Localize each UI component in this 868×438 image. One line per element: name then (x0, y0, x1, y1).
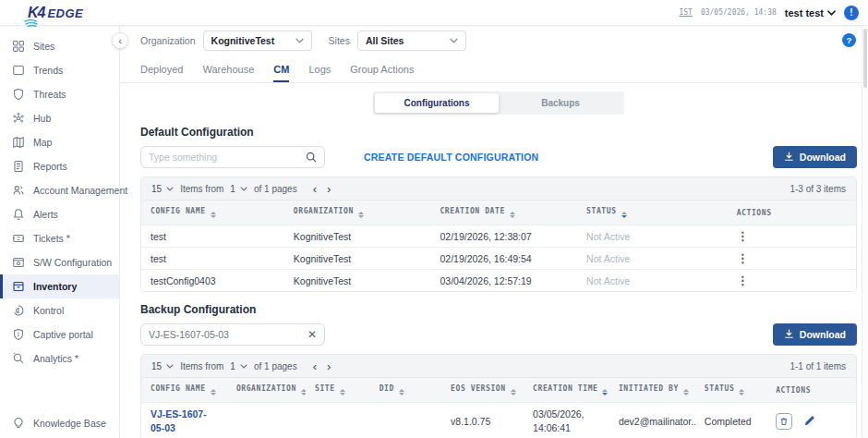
sort-icon[interactable] (683, 389, 689, 395)
sort-icon[interactable] (510, 212, 515, 218)
datetime-label: 03/05/2026, 14:38 (701, 8, 777, 17)
hub-icon (12, 112, 25, 125)
sort-icon[interactable] (739, 389, 744, 395)
tab-group-actions[interactable]: Group Actions (350, 64, 414, 82)
column-header-organization[interactable]: ORGANIZATION (227, 378, 306, 403)
of-pages-label: of 1 pages (254, 184, 297, 194)
backup-config-name-link[interactable]: VJ-ES-1607-05-03 (151, 408, 207, 433)
sidebar-item-inventory[interactable]: Inventory (0, 274, 119, 298)
prev-page-icon[interactable]: ‹ (311, 360, 319, 372)
column-header-status[interactable]: STATUS (577, 201, 728, 225)
sort-icon-active[interactable] (602, 389, 608, 395)
shield-icon (12, 88, 25, 101)
column-header-eos-version[interactable]: EOS VERSION (441, 378, 524, 403)
sidebar-item-trends[interactable]: Trends (0, 58, 119, 82)
sort-icon-active[interactable] (621, 212, 627, 218)
edit-icon[interactable] (803, 415, 815, 427)
default-config-download-button[interactable]: Download (773, 146, 857, 168)
sidebar-item-hub[interactable]: Hub (0, 106, 119, 130)
cell-status: Not Active (577, 225, 728, 248)
default-config-search-input[interactable] (149, 152, 300, 163)
sidebar-item-sites[interactable]: Sites (0, 34, 119, 58)
tab-cm[interactable]: CM (273, 64, 289, 82)
sort-icon[interactable] (511, 389, 516, 395)
sidebar-label: Sites (33, 41, 54, 52)
user-name: test test (785, 7, 824, 18)
vertical-scrollbar[interactable] (862, 26, 868, 438)
sidebar-item-reports[interactable]: Reports (0, 154, 119, 178)
scrollbar-thumb[interactable] (863, 29, 867, 88)
page-select[interactable]: 1 (230, 361, 247, 371)
tab-deployed[interactable]: Deployed (140, 64, 183, 82)
sidebar-item-knowledge-base[interactable]: Knowledge Base (0, 411, 119, 435)
sort-icon[interactable] (211, 389, 216, 395)
column-header-organization[interactable]: ORGANIZATION (284, 201, 431, 225)
sidebar-item-alerts[interactable]: Alerts (0, 202, 119, 226)
sites-select[interactable]: All Sites (357, 30, 466, 51)
backup-config-search-input[interactable] (149, 329, 302, 340)
organization-label: Organization (140, 35, 196, 46)
sort-icon[interactable] (301, 389, 306, 395)
sort-icon[interactable] (340, 389, 345, 395)
clear-search-icon[interactable]: ✕ (307, 328, 317, 341)
table-row: test KognitiveTest 02/19/2026, 12:38:07 … (141, 225, 856, 248)
page-size-select[interactable]: 15 (151, 184, 174, 194)
backup-config-download-button[interactable]: Download (773, 323, 857, 346)
create-default-configuration-link[interactable]: CREATE DEFAULT CONFIGURATION (364, 152, 538, 163)
captive-portal-icon (12, 328, 25, 341)
page-size-select[interactable]: 15 (151, 361, 174, 371)
sidebar-label: Captive portal (33, 329, 93, 340)
sidebar-label: Kontrol (33, 305, 64, 316)
row-actions-menu-icon[interactable]: ⋮ (737, 274, 749, 287)
delete-backup-button[interactable] (776, 413, 792, 430)
column-header-config-name[interactable]: CONFIG NAME (141, 378, 227, 403)
help-icon[interactable]: ? (842, 33, 856, 47)
column-header-config-name[interactable]: CONFIG NAME (141, 201, 284, 225)
page-select[interactable]: 1 (230, 184, 247, 194)
toggle-configurations[interactable]: Configurations (375, 93, 499, 113)
column-header-creation-time[interactable]: CREATION TIME (524, 378, 609, 403)
timezone-link[interactable]: IST (679, 8, 692, 17)
search-icon[interactable] (306, 152, 317, 163)
organization-select[interactable]: KognitiveTest (203, 30, 312, 51)
sidebar-item-threats[interactable]: Threats (0, 82, 119, 106)
ticket-icon (12, 232, 25, 245)
column-header-initiated-by[interactable]: INITIATED BY (609, 378, 695, 403)
sidebar-item-account-management[interactable]: Account Management (0, 178, 119, 202)
sidebar-item-sw-configuration[interactable]: S/W Configuration (0, 250, 119, 274)
user-menu[interactable]: test test (785, 7, 836, 18)
next-page-icon[interactable]: › (325, 360, 332, 372)
sidebar-label: Inventory (33, 281, 77, 292)
cm-content: Configurations Backups Default Configura… (120, 83, 868, 438)
sidebar-item-captive-portal[interactable]: Captive portal (0, 322, 119, 347)
column-header-creation-date[interactable]: CREATION DATE (430, 201, 577, 225)
sidebar-item-kontrol[interactable]: Kontrol (0, 298, 119, 322)
column-header-actions: ACTIONS (766, 378, 856, 403)
sidebar-item-tickets[interactable]: Tickets * (0, 226, 119, 250)
column-header-status[interactable]: STATUS (695, 378, 766, 403)
organization-value: KognitiveTest (211, 35, 275, 46)
prev-page-icon[interactable]: ‹ (311, 183, 319, 195)
toggle-backups[interactable]: Backups (499, 93, 622, 113)
analytics-icon (12, 352, 25, 365)
cell-creation-time: 03/05/2026, 14:06:41 (524, 403, 609, 438)
backup-config-panel: 15 Items from 1 of 1 pages ‹ › 1-1 of 1 … (140, 354, 857, 438)
cell-organization: KognitiveTest (284, 270, 431, 292)
tab-logs[interactable]: Logs (308, 64, 331, 82)
sidebar-item-map[interactable]: Map (0, 130, 119, 154)
items-from-label: Items from (180, 184, 223, 194)
tab-warehouse[interactable]: Warehouse (202, 64, 254, 82)
sidebar-label: Analytics * (33, 353, 78, 364)
row-actions-menu-icon[interactable]: ⋮ (737, 229, 749, 243)
cell-did (370, 403, 441, 438)
notification-alert-icon[interactable]: ! (844, 6, 859, 20)
sort-icon[interactable] (399, 389, 404, 395)
sort-icon[interactable] (358, 212, 364, 218)
sidebar-collapse-button[interactable]: ‹ (112, 32, 128, 49)
column-header-site[interactable]: SITE (306, 378, 370, 403)
row-actions-menu-icon[interactable]: ⋮ (737, 251, 749, 265)
sidebar-item-analytics[interactable]: Analytics * (0, 347, 119, 371)
next-page-icon[interactable]: › (325, 183, 332, 195)
sort-icon[interactable] (211, 212, 216, 218)
column-header-did[interactable]: DID (370, 378, 441, 403)
